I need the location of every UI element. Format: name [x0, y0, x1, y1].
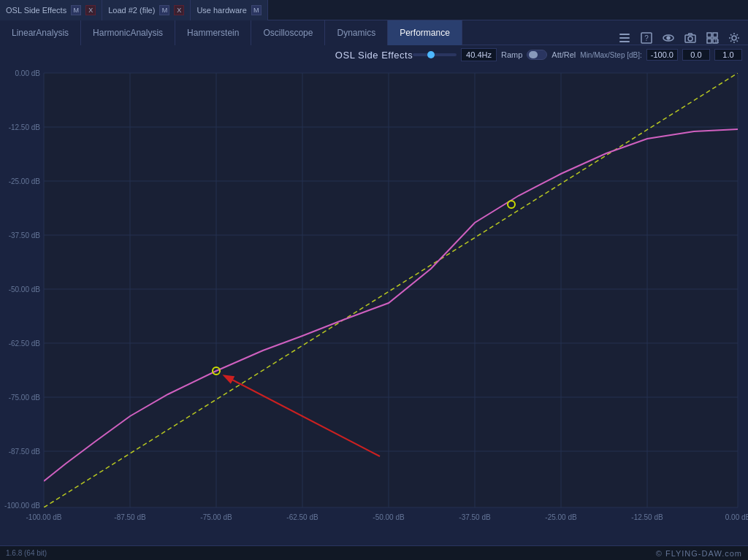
title-bar: OSL Side Effects M X Load #2 (file) M X … [0, 0, 748, 20]
help-icon[interactable]: ? [638, 30, 654, 46]
y-label-1: -12.50 dB [9, 123, 41, 131]
version-text: 1.6.8 (64 bit) [6, 549, 47, 557]
y-label-4: -50.00 dB [9, 285, 41, 294]
y-label-7: -87.50 dB [9, 448, 41, 456]
y-label-2: -25.00 dB [9, 177, 41, 185]
x-label-0: -100.00 dB [26, 513, 62, 521]
tab-oscilloscope[interactable]: Oscilloscope [251, 20, 325, 45]
title-tab-load-x[interactable]: X [174, 5, 184, 15]
main-chart: 0.00 dB -12.50 dB -25.00 dB -37.50 dB -5… [0, 66, 748, 545]
svg-point-14 [732, 36, 736, 40]
x-label-3: -62.50 dB [286, 513, 318, 521]
camera-icon[interactable] [682, 30, 698, 46]
x-label-6: -25.00 dB [545, 513, 577, 521]
freq-slider-thumb [427, 51, 435, 58]
ramp-toggle[interactable] [527, 50, 547, 60]
tab-dynamics[interactable]: Dynamics [325, 20, 388, 45]
grid-icon[interactable]: 112 [704, 30, 720, 46]
copyright-text: © FLYING-DAW.com [656, 549, 742, 558]
title-tab-osl-x[interactable]: X [85, 5, 96, 15]
title-tab-load-m[interactable]: M [159, 5, 169, 15]
menu-icon[interactable] [617, 30, 633, 46]
svg-rect-1 [619, 37, 630, 39]
min-value[interactable]: -100.0 [646, 49, 678, 61]
y-label-0: 0.00 dB [15, 69, 41, 77]
svg-rect-2 [619, 41, 630, 42]
settings-icon[interactable] [726, 30, 742, 46]
svg-point-6 [667, 37, 670, 39]
tab-performance[interactable]: Performance [388, 20, 462, 45]
svg-rect-10 [713, 33, 717, 37]
x-label-1: -87.50 dB [114, 513, 146, 521]
y-label-6: -75.00 dB [9, 394, 41, 402]
toolbar: ? 112 [617, 28, 742, 48]
freq-display[interactable]: 40.4Hz [461, 48, 497, 61]
title-tab-osl: OSL Side Effects M X [0, 0, 102, 20]
x-label-2: -75.00 dB [200, 513, 232, 521]
y-label-5: -62.50 dB [9, 340, 41, 348]
control-row: 40.4Hz Ramp Att/Rel Min/Max/Step [dB]: -… [413, 48, 742, 61]
step-value[interactable]: 1.0 [714, 49, 742, 61]
min-max-label: Min/Max/Step [dB]: [580, 51, 641, 59]
tab-harmonic-analysis[interactable]: HarmonicAnalysis [81, 20, 175, 45]
title-tab-hardware: Use hardware M [191, 0, 267, 20]
att-rel-label: Att/Rel [552, 50, 576, 59]
title-tab-hardware-label: Use hardware [196, 6, 246, 15]
tab-linear-analysis[interactable]: LinearAnalysis [0, 20, 81, 45]
title-tab-hardware-m[interactable]: M [251, 5, 262, 15]
y-label-3: -37.50 dB [9, 231, 41, 239]
ramp-label: Ramp [501, 50, 522, 59]
title-tab-load: Load #2 (file) M X [102, 0, 191, 20]
freq-slider[interactable] [413, 53, 457, 56]
title-tab-osl-label: OSL Side Effects [6, 6, 66, 15]
svg-rect-9 [707, 33, 711, 37]
svg-rect-11 [707, 39, 711, 43]
max-value[interactable]: 0.0 [682, 49, 710, 61]
svg-text:?: ? [644, 34, 649, 42]
x-label-5: -37.50 dB [459, 513, 491, 521]
svg-point-8 [688, 37, 692, 41]
x-label-4: -50.00 dB [373, 513, 405, 521]
svg-text:112: 112 [714, 39, 720, 44]
y-label-8: -100.00 dB [4, 502, 40, 510]
bottom-bar: 1.6.8 (64 bit) © FLYING-DAW.com [0, 545, 748, 560]
title-tab-osl-m[interactable]: M [71, 5, 81, 15]
tab-hammerstein[interactable]: Hammerstein [175, 20, 251, 45]
svg-rect-0 [619, 34, 630, 35]
eye-icon[interactable] [660, 30, 676, 46]
title-tab-load-label: Load #2 (file) [108, 6, 155, 15]
x-label-7: -12.50 dB [631, 513, 663, 521]
x-label-8: 0.00 dB [725, 513, 748, 521]
